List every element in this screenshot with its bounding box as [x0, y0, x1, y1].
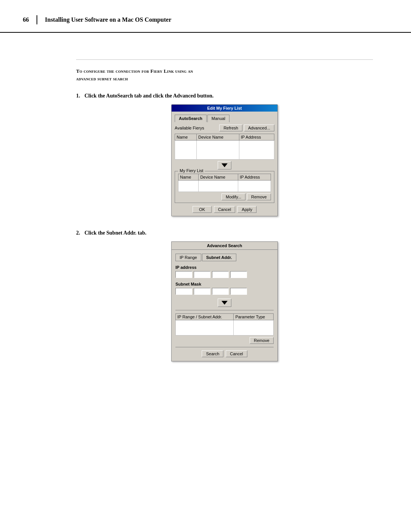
my-fiery-list-row-empty	[178, 181, 271, 192]
step-2-label: 2. Click the Subnet Addr. tab.	[76, 230, 373, 236]
col-ip-range-subnet-header: IP Range / Subnet Addr.	[176, 314, 234, 320]
tab-subnet-addr[interactable]: Subnet Addr.	[202, 254, 236, 261]
ok-button[interactable]: OK	[193, 206, 212, 213]
ip-address-label: IP address	[175, 265, 274, 270]
dialog1-titlebar: Edit My Fiery List	[172, 105, 277, 112]
arrow-down-icon	[221, 163, 228, 167]
available-fierys-row-empty	[175, 141, 274, 160]
modify-button[interactable]: Modify...	[221, 193, 245, 200]
advanced-search-dialog: Advanced Search IP Range Subnet Addr. IP…	[171, 241, 278, 361]
section-divider	[76, 59, 373, 60]
adv-divider2	[175, 347, 274, 347]
adv-remove-row: Remove	[175, 337, 274, 344]
tab-autosearch[interactable]: AutoSearch	[175, 115, 207, 122]
adv-button-row: Search Cancel	[175, 350, 274, 357]
param-table-row-empty	[176, 320, 274, 335]
ip-field-1[interactable]	[175, 271, 192, 278]
tab-manual[interactable]: Manual	[207, 115, 229, 122]
step-1-number: 1.	[76, 93, 80, 99]
col-parameter-type-header: Parameter Type	[234, 314, 274, 320]
section-heading: To configure the connection for Fiery Li…	[76, 67, 373, 82]
step-2-number: 2.	[76, 230, 80, 236]
tab-ip-range[interactable]: IP Range	[175, 254, 201, 261]
section-heading-line1: To configure the connection for Fiery Li…	[76, 67, 373, 75]
ip-address-fields	[175, 271, 274, 278]
adv-dialog-titlebar: Advanced Search	[172, 242, 277, 250]
adv-remove-button[interactable]: Remove	[250, 337, 274, 344]
dialog1-button-row: OK Cancel Apply	[175, 206, 274, 213]
step-1-label: 1. Click the AutoSearch tab and click th…	[76, 93, 373, 99]
my-fiery-list-table: Name Device Name IP Address	[178, 174, 271, 192]
col-ip-address-header: IP Address	[239, 134, 274, 141]
available-fierys-label: Available Fierys	[175, 126, 204, 130]
refresh-button[interactable]: Refresh	[219, 125, 242, 131]
step-1-text: Click the AutoSearch tab and click the A…	[84, 93, 213, 99]
ip-field-3[interactable]	[212, 271, 229, 278]
param-table: IP Range / Subnet Addr. Parameter Type	[175, 313, 274, 335]
page-number: 66	[23, 16, 29, 23]
step-2-text: Click the Subnet Addr. tab.	[84, 230, 147, 236]
col-name-header: Name	[175, 134, 197, 141]
col-device-name-header: Device Name	[197, 134, 239, 141]
advanced-button[interactable]: Advanced...	[244, 125, 274, 131]
main-content: To configure the connection for Fiery Li…	[0, 33, 411, 390]
arrow-down-button[interactable]	[218, 161, 231, 169]
available-fierys-table: Name Device Name IP Address	[175, 134, 274, 160]
apply-button[interactable]: Apply	[237, 206, 256, 213]
adv-dialog-body: IP Range Subnet Addr. IP address Subnet …	[172, 250, 277, 361]
remove-button[interactable]: Remove	[247, 193, 271, 200]
subnet-field-1[interactable]	[175, 288, 192, 295]
subnet-field-2[interactable]	[194, 288, 210, 295]
header-divider	[37, 15, 37, 24]
section-heading-line2: advanced subnet search	[76, 75, 373, 83]
dialog1-tab-bar: AutoSearch Manual	[175, 115, 274, 122]
page-header: 66 Installing User Software on a Mac OS …	[0, 0, 411, 33]
subnet-field-3[interactable]	[212, 288, 229, 295]
col-device-name2-header: Device Name	[199, 174, 238, 181]
subnet-mask-fields	[175, 288, 274, 295]
cancel-button[interactable]: Cancel	[214, 206, 235, 213]
adv-arrow-down-button[interactable]	[218, 299, 231, 307]
my-fiery-list-label: My Fiery List	[178, 168, 205, 173]
page-title: Installing User Software on a Mac OS Com…	[45, 16, 171, 23]
step-2: 2. Click the Subnet Addr. tab. Advanced …	[76, 230, 373, 361]
available-fierys-row: Available Fierys Refresh Advanced...	[175, 125, 274, 131]
subnet-field-4[interactable]	[230, 288, 247, 295]
search-button[interactable]: Search	[202, 350, 223, 357]
adv-arrow-down-icon	[221, 301, 228, 305]
dialog1-body: AutoSearch Manual Available Fierys Refre…	[172, 112, 277, 216]
adv-cancel-button[interactable]: Cancel	[226, 350, 247, 357]
edit-fiery-list-dialog: Edit My Fiery List AutoSearch Manual Ava…	[171, 104, 278, 216]
ip-field-4[interactable]	[230, 271, 247, 278]
my-fiery-list-group: My Fiery List Name Device Name IP Addres…	[175, 171, 274, 203]
adv-tab-bar: IP Range Subnet Addr.	[175, 254, 274, 261]
col-ip-address2-header: IP Address	[238, 174, 271, 181]
ip-field-2[interactable]	[194, 271, 210, 278]
col-name2-header: Name	[178, 174, 199, 181]
adv-divider	[175, 310, 274, 310]
step-1: 1. Click the AutoSearch tab and click th…	[76, 93, 373, 216]
subnet-mask-label: Subnet Mask	[175, 282, 274, 286]
